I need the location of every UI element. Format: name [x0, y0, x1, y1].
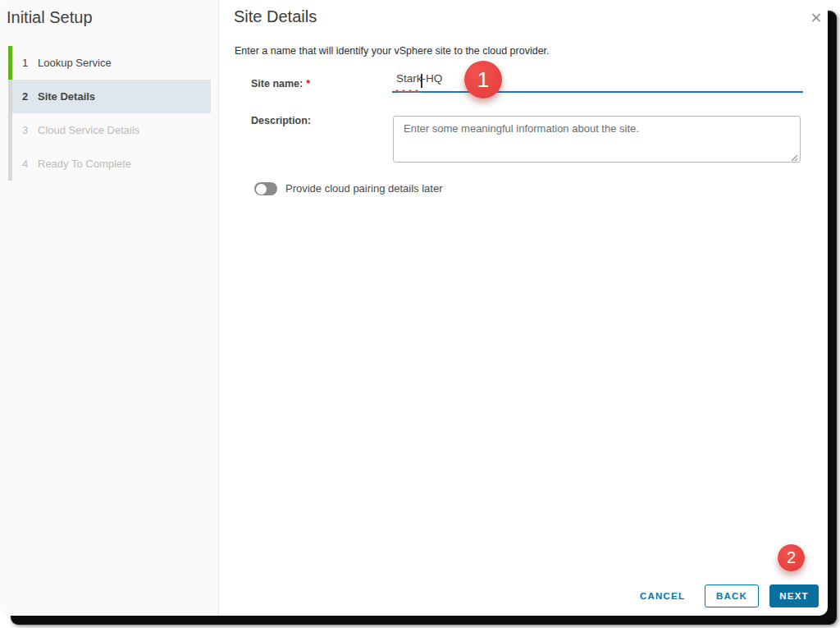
annotation-badge-1: 1 — [464, 61, 502, 99]
required-marker: * — [306, 78, 310, 89]
annotation-badge-2: 2 — [778, 544, 805, 571]
step-number: 1 — [22, 57, 32, 69]
cancel-button[interactable]: CANCEL — [640, 588, 685, 604]
wizard-window: Initial Setup 1 Lookup Service 2 Site D — [0, 0, 828, 616]
step-cloud-service-details[interactable]: 3 Cloud Service Details — [0, 113, 218, 147]
wizard-steps: 1 Lookup Service 2 Site Details — [0, 46, 218, 181]
step-lookup-service[interactable]: 1 Lookup Service — [0, 46, 218, 80]
step-number: 3 — [22, 124, 32, 136]
step-label: Site Details — [38, 90, 95, 103]
step-ready-to-complete[interactable]: 4 Ready To Complete — [0, 147, 218, 181]
screenshot-stage: Initial Setup 1 Lookup Service 2 Site D — [0, 0, 840, 628]
wizard-sidebar: Initial Setup 1 Lookup Service 2 Site D — [0, 0, 219, 616]
resize-handle-icon[interactable] — [791, 154, 798, 162]
step-label: Ready To Complete — [38, 158, 131, 170]
text-caret — [421, 74, 422, 88]
step-number: 2 — [22, 90, 32, 103]
pairing-toggle[interactable] — [254, 182, 277, 195]
spellcheck-squiggle — [395, 89, 422, 93]
close-icon[interactable]: ✕ — [807, 9, 825, 27]
step-number: 4 — [22, 158, 32, 170]
wizard-title: Initial Setup — [7, 8, 93, 27]
pairing-toggle-label: Provide cloud pairing details later — [285, 182, 443, 195]
step-label: Lookup Service — [38, 57, 112, 69]
page-title: Site Details — [234, 7, 317, 26]
step-label: Cloud Service Details — [38, 124, 139, 136]
step-site-details[interactable]: 2 Site Details — [0, 80, 218, 113]
site-name-input[interactable] — [392, 71, 803, 93]
back-button[interactable]: BACK — [705, 584, 759, 607]
description-label: Description: — [251, 115, 311, 126]
intro-text: Enter a name that will identify your vSp… — [235, 45, 550, 57]
next-button[interactable]: NEXT — [769, 584, 819, 607]
site-name-label: Site name:* — [251, 78, 310, 89]
description-textarea[interactable] — [393, 116, 801, 163]
toggle-knob — [256, 184, 267, 195]
